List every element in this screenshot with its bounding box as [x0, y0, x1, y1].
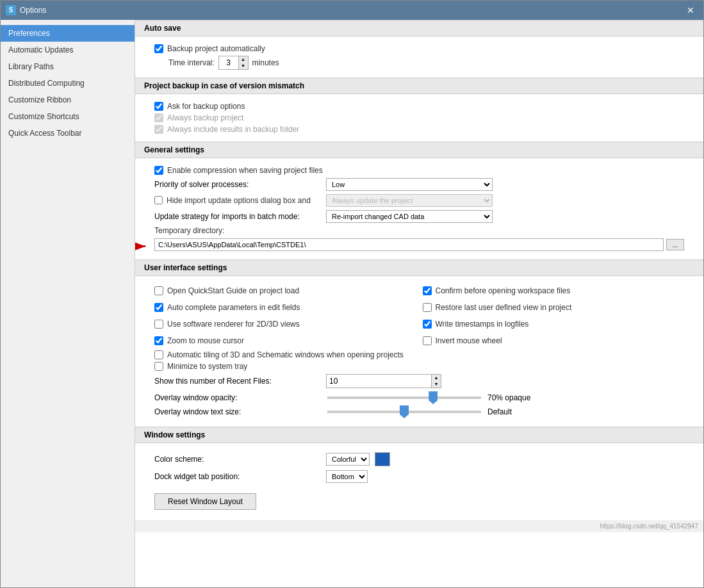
- reset-button-row: Reset Window Layout: [154, 488, 684, 515]
- hide-import-row: Hide import update options dialog box an…: [154, 194, 684, 207]
- sidebar-item-automatic-updates[interactable]: Automatic Updates: [1, 42, 135, 58]
- sidebar-item-preferences[interactable]: Preferences: [1, 25, 135, 42]
- enable-compression-checkbox[interactable]: [154, 166, 163, 175]
- minimize-tray-label: Minimize to system tray: [167, 362, 247, 371]
- sidebar-item-customize-shortcuts[interactable]: Customize Shortcuts: [1, 108, 135, 125]
- recent-files-spinner-down[interactable]: ▼: [432, 381, 441, 388]
- autocomplete-label: Auto complete parameters in edit fields: [167, 303, 300, 312]
- priority-select[interactable]: Low Normal High: [326, 178, 493, 191]
- hide-import-checkbox[interactable]: [154, 196, 163, 204]
- window-settings-content: Color scheme: Colorful Dark Light Dock w…: [135, 443, 703, 520]
- ask-backup-checkbox[interactable]: [154, 102, 163, 111]
- temp-dir-input[interactable]: [154, 238, 664, 251]
- ui-checkboxes-grid: Open QuickStart Guide on project load Co…: [154, 284, 684, 348]
- recent-files-spinner-up[interactable]: ▲: [432, 375, 441, 381]
- recent-files-spinner-buttons: ▲ ▼: [431, 375, 441, 388]
- always-include-label: Always include results in backup folder: [167, 125, 299, 134]
- color-scheme-label: Color scheme:: [154, 455, 321, 464]
- overlay-text-label: Overlay window text size:: [154, 407, 321, 416]
- always-backup-checkbox[interactable]: [154, 113, 163, 122]
- close-button[interactable]: ✕: [683, 4, 698, 17]
- zoom-cursor-label: Zoom to mouse cursor: [167, 336, 244, 345]
- update-strategy-select[interactable]: Re-import changed CAD data Keep existing…: [326, 210, 493, 223]
- zoom-cursor-checkbox[interactable]: [154, 336, 163, 345]
- restore-view-label: Restore last user defined view in projec…: [436, 303, 572, 312]
- backup-automatically-label: Backup project automatically: [167, 44, 265, 53]
- watermark: https://blog.csdn.net/qq_41542947: [135, 520, 703, 532]
- sidebar-item-quick-access-toolbar[interactable]: Quick Access Toolbar: [1, 125, 135, 142]
- sidebar-item-distributed-computing[interactable]: Distributed Computing: [1, 75, 135, 92]
- enable-compression-label: Enable compression when saving project f…: [167, 166, 323, 175]
- app-icon: S: [6, 5, 16, 15]
- color-scheme-row: Color scheme: Colorful Dark Light: [154, 452, 684, 466]
- window-settings-header: Window settings: [135, 427, 703, 443]
- project-backup-header: Project backup in case of version mismat…: [135, 78, 703, 94]
- overlay-opacity-slider-wrapper: [327, 396, 481, 399]
- confirm-workspace-checkbox[interactable]: [423, 286, 432, 295]
- time-interval-spinner[interactable]: ▲ ▼: [218, 56, 249, 70]
- write-timestamps-label: Write timestamps in logfiles: [436, 320, 529, 329]
- sidebar-item-library-paths[interactable]: Library Paths: [1, 58, 135, 75]
- always-include-row: Always include results in backup folder: [154, 125, 684, 134]
- write-timestamps-row: Write timestamps in logfiles: [423, 320, 685, 329]
- auto-tiling-checkbox[interactable]: [154, 350, 163, 359]
- software-renderer-row: Use software renderer for 2D/3D views: [154, 320, 416, 329]
- autocomplete-row: Auto complete parameters in edit fields: [154, 303, 416, 312]
- update-strategy-row: Update strategy for imports in batch mod…: [154, 210, 684, 223]
- time-interval-input[interactable]: [219, 56, 238, 69]
- dock-position-select[interactable]: Bottom Top Left Right: [326, 470, 368, 483]
- color-swatch[interactable]: [375, 452, 390, 466]
- time-interval-label: Time interval:: [168, 58, 215, 67]
- invert-wheel-row: Invert mouse wheel: [423, 336, 685, 345]
- enable-compression-row: Enable compression when saving project f…: [154, 166, 684, 175]
- restore-view-checkbox[interactable]: [423, 303, 432, 312]
- invert-wheel-label: Invert mouse wheel: [436, 336, 502, 345]
- hide-import-label: Hide import update options dialog box an…: [167, 196, 311, 205]
- always-backup-label: Always backup project: [167, 113, 243, 122]
- recent-files-row: Show this number of Recent Files: ▲ ▼: [154, 374, 684, 388]
- backup-automatically-checkbox[interactable]: [154, 44, 163, 53]
- minimize-tray-row: Minimize to system tray: [154, 362, 684, 371]
- recent-files-spinner[interactable]: ▲ ▼: [326, 374, 441, 388]
- sidebar-item-customize-ribbon[interactable]: Customize Ribbon: [1, 92, 135, 108]
- spinner-down[interactable]: ▼: [239, 63, 248, 69]
- temp-dir-label: Temporary directory:: [154, 226, 224, 235]
- user-interface-header: User interface settings: [135, 259, 703, 276]
- quickstart-row: Open QuickStart Guide on project load: [154, 286, 416, 295]
- ask-backup-label: Ask for backup options: [167, 102, 245, 111]
- confirm-workspace-row: Confirm before opening workspace files: [423, 286, 685, 295]
- overlay-text-value: Default: [487, 407, 512, 416]
- zoom-cursor-row: Zoom to mouse cursor: [154, 336, 416, 345]
- software-renderer-checkbox[interactable]: [154, 320, 163, 329]
- recent-files-input[interactable]: [327, 375, 431, 388]
- dock-position-row: Dock widget tab position: Bottom Top Lef…: [154, 470, 684, 483]
- priority-row: Priority of solver processes: Low Normal…: [154, 178, 684, 191]
- ask-backup-row: Ask for backup options: [154, 102, 684, 111]
- reset-window-layout-button[interactable]: Reset Window Layout: [154, 493, 256, 510]
- confirm-workspace-label: Confirm before opening workspace files: [436, 286, 571, 295]
- color-scheme-select[interactable]: Colorful Dark Light: [326, 453, 370, 466]
- title-bar: S Options ✕: [1, 1, 703, 20]
- overlay-text-row: Overlay window text size: Default: [154, 407, 684, 416]
- invert-wheel-checkbox[interactable]: [423, 336, 432, 345]
- overlay-opacity-label: Overlay window opacity:: [154, 393, 321, 402]
- update-strategy-label: Update strategy for imports in batch mod…: [154, 212, 321, 221]
- red-arrow-annotation: [135, 235, 151, 257]
- priority-label: Priority of solver processes:: [154, 180, 321, 189]
- autocomplete-checkbox[interactable]: [154, 303, 163, 312]
- overlay-text-slider[interactable]: [327, 411, 481, 413]
- software-renderer-label: Use software renderer for 2D/3D views: [167, 320, 300, 329]
- recent-files-label: Show this number of Recent Files:: [154, 377, 321, 386]
- write-timestamps-checkbox[interactable]: [423, 320, 432, 329]
- browse-button[interactable]: ...: [666, 239, 684, 250]
- always-update-select[interactable]: Always update the project: [326, 194, 493, 207]
- overlay-opacity-slider[interactable]: [327, 396, 481, 399]
- temp-dir-row: ...: [154, 238, 684, 251]
- auto-tiling-row: Automatic tiling of 3D and Schematic win…: [154, 350, 684, 359]
- always-include-checkbox[interactable]: [154, 125, 163, 134]
- restore-view-row: Restore last user defined view in projec…: [423, 303, 685, 312]
- minimize-tray-checkbox[interactable]: [154, 362, 163, 371]
- time-interval-row: Time interval: ▲ ▼ minutes: [168, 56, 684, 70]
- quickstart-checkbox[interactable]: [154, 286, 163, 295]
- spinner-up[interactable]: ▲: [239, 56, 248, 63]
